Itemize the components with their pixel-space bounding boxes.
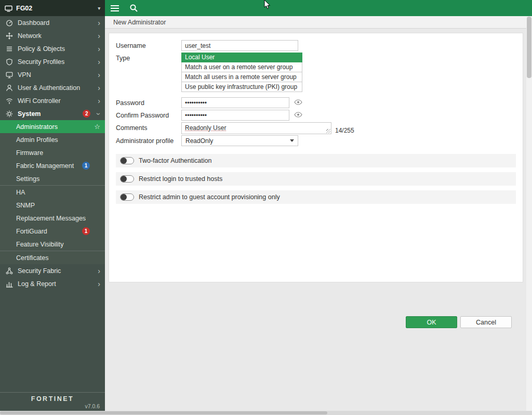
- notification-badge: 1: [82, 162, 90, 170]
- chevron-right-icon: ›: [98, 97, 100, 105]
- username-label: Username: [116, 40, 181, 49]
- mouse-cursor: [264, 0, 271, 10]
- notification-badge: 1: [82, 227, 90, 235]
- type-option-local-user[interactable]: Local User: [181, 53, 302, 62]
- guest-provisioning-row: Restrict admin to guest account provisio…: [116, 190, 516, 204]
- username-input[interactable]: [181, 40, 298, 51]
- sidebar-item-network[interactable]: Network ›: [0, 29, 105, 42]
- sidebar-item-log-report[interactable]: Log & Report ›: [0, 277, 105, 290]
- sidebar-subitem-label: Administrators: [16, 123, 58, 131]
- sidebar-subitem-snmp[interactable]: SNMP: [0, 199, 105, 212]
- chevron-right-icon: ›: [98, 267, 100, 275]
- sidebar-footer: FORTINET v7.0.6: [0, 392, 105, 411]
- password-label: Password: [116, 97, 181, 107]
- type-option-remote-group[interactable]: Match all users in a remote server group: [181, 72, 302, 82]
- user-authentication-icon: [5, 84, 14, 92]
- chevron-right-icon: ›: [98, 71, 100, 79]
- policy-objects-icon: [5, 45, 14, 53]
- toggle-label: Two-factor Authentication: [139, 157, 211, 164]
- log-report-icon: [5, 280, 14, 288]
- sidebar-item-label: Dashboard: [18, 19, 49, 27]
- sidebar-subitem-label: Fabric Management: [16, 162, 74, 170]
- sidebar-subitem-replacement-messages[interactable]: Replacement Messages: [0, 212, 105, 225]
- sidebar-item-user-authentication[interactable]: User & Authentication ›: [0, 81, 105, 94]
- main-content: New Administrator Username Type Local Us…: [105, 16, 526, 411]
- vertical-scrollbar[interactable]: [526, 16, 532, 411]
- eye-icon[interactable]: [294, 112, 302, 118]
- sidebar-subitem-label: Admin Profiles: [16, 136, 58, 144]
- sidebar-item-policy-objects[interactable]: Policy & Objects ›: [0, 42, 105, 55]
- vpn-icon: [5, 71, 14, 79]
- network-icon: [5, 32, 14, 40]
- security-profiles-icon: [5, 58, 14, 66]
- sidebar-item-label: Network: [18, 32, 42, 40]
- device-icon: [5, 5, 12, 12]
- toggle-label: Restrict admin to guest account provisio…: [139, 193, 280, 201]
- menu-icon[interactable]: [111, 5, 119, 11]
- sidebar-subitem-fortiguard[interactable]: FortiGuard 1: [0, 225, 105, 238]
- cancel-button[interactable]: Cancel: [460, 316, 512, 328]
- sidebar-menu: Dashboard › Network › Policy & Objects ›…: [0, 16, 105, 392]
- confirm-password-label: Confirm Password: [116, 110, 181, 119]
- firmware-version: v7.0.6: [5, 403, 100, 409]
- sidebar-subitem-ha[interactable]: HA: [0, 186, 105, 199]
- toggle-label: Restrict login to trusted hosts: [139, 175, 222, 183]
- trusted-hosts-row: Restrict login to trusted hosts: [116, 172, 516, 186]
- chevron-right-icon: ›: [98, 19, 100, 27]
- comments-label: Comments: [116, 122, 181, 132]
- type-label: Type: [116, 53, 181, 62]
- sidebar-subitem-firmware[interactable]: Firmware: [0, 146, 105, 159]
- sidebar-subitem-admin-profiles[interactable]: Admin Profiles: [0, 133, 105, 146]
- sidebar-item-security-profiles[interactable]: Security Profiles ›: [0, 55, 105, 68]
- admin-profile-select[interactable]: ReadOnly: [181, 135, 298, 146]
- eye-icon[interactable]: [294, 99, 302, 105]
- sidebar-subitem-administrators[interactable]: Administrators ☆: [0, 120, 105, 133]
- toggle-knob: [121, 176, 127, 182]
- sidebar-item-dashboard[interactable]: Dashboard ›: [0, 16, 105, 29]
- chevron-down-icon: ›: [96, 112, 103, 115]
- resize-handle[interactable]: [326, 129, 330, 133]
- sidebar-item-label: Security Profiles: [18, 58, 64, 66]
- gear-icon: [5, 110, 14, 118]
- confirm-password-input[interactable]: [181, 110, 289, 121]
- type-option-remote-user[interactable]: Match a user on a remote server group: [181, 62, 302, 72]
- breadcrumb: New Administrator: [105, 16, 526, 29]
- sidebar-item-vpn[interactable]: VPN ›: [0, 68, 105, 81]
- trusted-hosts-toggle[interactable]: [120, 175, 134, 183]
- star-icon[interactable]: ☆: [94, 123, 100, 131]
- search-icon[interactable]: [129, 4, 138, 12]
- device-selector[interactable]: FG02 ▾: [0, 0, 105, 16]
- type-listbox: Local User Match a user on a remote serv…: [181, 53, 302, 92]
- horizontal-scrollbar[interactable]: [0, 411, 532, 415]
- chevron-right-icon: ›: [98, 58, 100, 66]
- chevron-down-icon: [290, 139, 294, 142]
- password-input[interactable]: [181, 97, 289, 108]
- sidebar-item-system[interactable]: System 2 ›: [0, 107, 105, 120]
- type-option-pki-group[interactable]: Use public key infrastructure (PKI) grou…: [181, 82, 302, 92]
- sidebar-subitem-label: Settings: [16, 175, 39, 183]
- two-factor-toggle[interactable]: [120, 157, 134, 164]
- ok-button[interactable]: OK: [406, 316, 457, 328]
- sidebar: FG02 ▾ Dashboard › Network › Policy & Ob…: [0, 0, 105, 411]
- comments-textarea[interactable]: Readonly User: [181, 122, 331, 134]
- notification-badge: 2: [83, 110, 90, 118]
- sidebar-subitem-feature-visibility[interactable]: Feature Visibility: [0, 238, 105, 251]
- comments-value: Readonly User: [182, 123, 331, 132]
- sidebar-item-security-fabric[interactable]: Security Fabric ›: [0, 264, 105, 277]
- horizontal-scrollbar-thumb[interactable]: [0, 411, 327, 414]
- sidebar-item-label: Log & Report: [18, 280, 56, 288]
- sidebar-subitem-fabric-management[interactable]: Fabric Management 1: [0, 159, 105, 172]
- sidebar-subitem-settings[interactable]: Settings: [0, 172, 105, 185]
- sidebar-subitem-label: FortiGuard: [16, 228, 47, 235]
- guest-provisioning-toggle[interactable]: [120, 193, 134, 201]
- sidebar-item-wifi-controller[interactable]: WiFi Controller ›: [0, 94, 105, 107]
- vertical-scrollbar-thumb[interactable]: [527, 17, 531, 78]
- sidebar-item-label: Security Fabric: [18, 267, 61, 275]
- device-name: FG02: [16, 5, 32, 12]
- sidebar-item-label: WiFi Controller: [18, 97, 61, 105]
- sidebar-subitem-label: Firmware: [16, 149, 43, 157]
- sidebar-subitem-label: Feature Visibility: [16, 241, 63, 248]
- sidebar-item-label: Policy & Objects: [18, 45, 65, 53]
- sidebar-subitem-certificates[interactable]: Certificates: [0, 251, 105, 264]
- sidebar-item-label: VPN: [18, 71, 31, 79]
